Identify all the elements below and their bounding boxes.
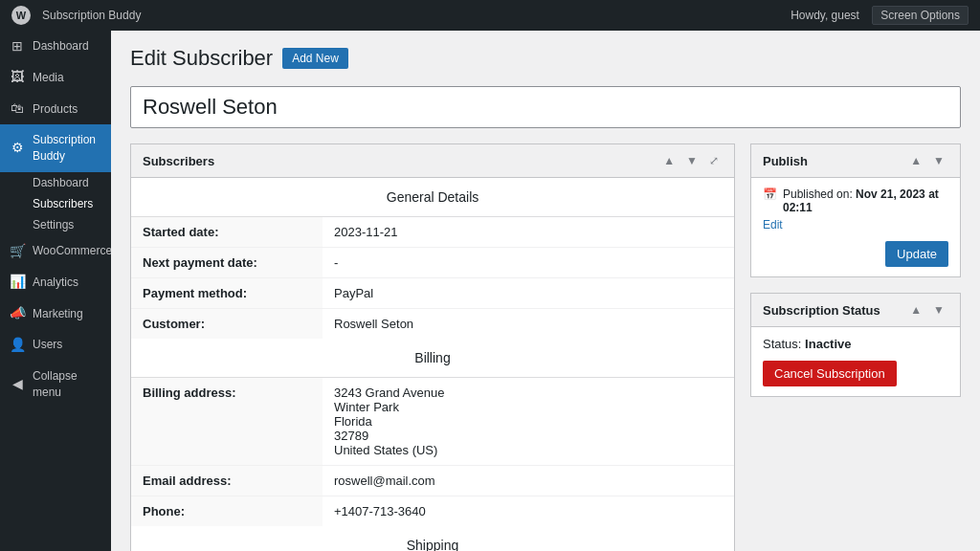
- media-icon: 🖼: [10, 70, 25, 85]
- metabox-up-button[interactable]: ▲: [659, 152, 679, 169]
- page-header: Edit Subscriber Add New: [130, 46, 961, 71]
- status-controls: ▲ ▼: [906, 301, 948, 319]
- dashboard-icon: ⊞: [10, 38, 25, 54]
- status-value: Inactive: [805, 337, 851, 351]
- sidebar-item-woocommerce[interactable]: 🛒 WooCommerce: [0, 235, 111, 267]
- edit-link[interactable]: Edit: [763, 218, 948, 231]
- wp-logo-icon: W: [11, 6, 31, 25]
- field-label: Customer:: [131, 309, 323, 340]
- subscription-status-box: Subscription Status ▲ ▼ Status: Inactive…: [750, 293, 961, 397]
- sidebar-sub-dashboard[interactable]: Dashboard: [0, 172, 111, 193]
- publish-up-button[interactable]: ▲: [906, 152, 925, 169]
- products-icon: 🛍: [10, 101, 25, 117]
- status-body: Status: Inactive Cancel Subscription: [751, 327, 960, 396]
- billing-table: Billing address: 3243 Grand AvenueWinter…: [131, 378, 734, 526]
- main-content: Edit Subscriber Add New Subscribers ▲ ▼ …: [111, 31, 980, 551]
- table-row: Customer: Roswell Seton: [131, 309, 734, 340]
- sidebar-item-dashboard[interactable]: ⊞ Dashboard: [0, 31, 111, 62]
- field-value: 3243 Grand AvenueWinter ParkFlorida32789…: [323, 378, 734, 466]
- sidebar-item-analytics[interactable]: 📊 Analytics: [0, 267, 111, 298]
- users-icon: 👤: [10, 338, 25, 353]
- cancel-subscription-button[interactable]: Cancel Subscription: [763, 361, 897, 386]
- status-up-button[interactable]: ▲: [906, 301, 925, 319]
- table-row: Email address: roswell@mail.com: [131, 466, 734, 496]
- shipping-header: Shipping: [131, 526, 734, 551]
- publish-down-button[interactable]: ▼: [929, 152, 948, 169]
- content-side: Publish ▲ ▼ 📅 Published on: Nov 21, 2023…: [750, 143, 961, 551]
- metabox-title: Subscribers: [143, 154, 214, 168]
- general-details-table: Started date: 2023-11-21 Next payment da…: [131, 217, 734, 339]
- metabox-body: General Details Started date: 2023-11-21…: [131, 178, 734, 551]
- calendar-icon: 📅: [763, 187, 777, 201]
- field-label: Billing address:: [131, 378, 323, 466]
- top-bar: W Subscription Buddy Howdy, guest Screen…: [0, 0, 980, 31]
- screen-options-button[interactable]: Screen Options: [872, 6, 969, 25]
- sidebar-label-users: Users: [33, 337, 62, 353]
- field-label: Phone:: [131, 496, 323, 527]
- field-label: Started date:: [131, 217, 323, 248]
- general-details-header: General Details: [131, 178, 734, 217]
- update-button[interactable]: Update: [885, 241, 948, 267]
- metabox-expand-button[interactable]: ⤢: [705, 152, 723, 169]
- add-new-button[interactable]: Add New: [282, 48, 348, 69]
- billing-header: Billing: [131, 339, 734, 378]
- content-main: Subscribers ▲ ▼ ⤢ General Details Starte…: [130, 143, 735, 551]
- sidebar-label-media: Media: [33, 70, 64, 86]
- field-value: -: [323, 248, 734, 278]
- sidebar-item-marketing[interactable]: 📣 Marketing: [0, 298, 111, 330]
- table-row: Billing address: 3243 Grand AvenueWinter…: [131, 378, 734, 466]
- top-bar-right: Howdy, guest Screen Options: [791, 6, 969, 25]
- field-label: Next payment date:: [131, 248, 323, 278]
- sidebar-sub-settings[interactable]: Settings: [0, 214, 111, 235]
- table-row: Payment method: PayPal: [131, 278, 734, 309]
- publish-body: 📅 Published on: Nov 21, 2023 at 02:11 Ed…: [751, 178, 960, 276]
- woocommerce-icon: 🛒: [10, 243, 25, 258]
- sidebar-item-media[interactable]: 🖼 Media: [0, 62, 111, 94]
- marketing-icon: 📣: [10, 306, 25, 321]
- field-value: Roswell Seton: [323, 309, 734, 340]
- sidebar-label-collapse: Collapse menu: [33, 368, 101, 401]
- sidebar-label-subscription-buddy: Subscription Buddy: [33, 132, 101, 165]
- sidebar-label-products: Products: [33, 101, 78, 118]
- status-title: Subscription Status: [763, 303, 880, 318]
- sidebar-label-woocommerce: WooCommerce: [33, 243, 111, 259]
- metabox-controls: ▲ ▼ ⤢: [659, 152, 723, 169]
- field-value: 2023-11-21: [323, 217, 734, 248]
- publish-controls: ▲ ▼: [906, 152, 948, 169]
- subscriber-name-input[interactable]: [130, 86, 961, 128]
- status-header: Subscription Status ▲ ▼: [751, 294, 960, 327]
- field-label: Email address:: [131, 466, 323, 496]
- sidebar-label-analytics: Analytics: [33, 275, 78, 291]
- table-row: Phone: +1407-713-3640: [131, 496, 734, 527]
- publish-info: 📅 Published on: Nov 21, 2023 at 02:11: [763, 187, 948, 214]
- metabox-header: Subscribers ▲ ▼ ⤢: [131, 144, 734, 178]
- metabox-down-button[interactable]: ▼: [682, 152, 702, 169]
- sidebar: ⊞ Dashboard 🖼 Media 🛍 Products ⚙ Subscri…: [0, 31, 111, 551]
- field-value: PayPal: [323, 278, 734, 309]
- publish-header: Publish ▲ ▼: [751, 144, 960, 178]
- status-text: Status: Inactive: [763, 337, 948, 351]
- sidebar-item-subscription-buddy[interactable]: ⚙ Subscription Buddy: [0, 124, 111, 172]
- field-label: Payment method:: [131, 278, 323, 309]
- field-value: +1407-713-3640: [323, 496, 734, 527]
- sidebar-sub-subscribers[interactable]: Subscribers: [0, 193, 111, 214]
- sidebar-item-users[interactable]: 👤 Users: [0, 329, 111, 361]
- status-label: Status:: [763, 337, 801, 351]
- howdy-text: Howdy, guest: [791, 9, 859, 22]
- sidebar-item-products[interactable]: 🛍 Products: [0, 94, 111, 125]
- collapse-icon: ◀: [10, 377, 25, 392]
- top-bar-left: W Subscription Buddy: [11, 6, 141, 25]
- status-down-button[interactable]: ▼: [929, 301, 948, 319]
- published-text: Published on: Nov 21, 2023 at 02:11: [783, 187, 948, 214]
- publish-title: Publish: [763, 154, 808, 168]
- sidebar-label-marketing: Marketing: [33, 306, 83, 322]
- page-title: Edit Subscriber: [130, 46, 273, 71]
- field-value: roswell@mail.com: [323, 466, 734, 496]
- analytics-icon: 📊: [10, 275, 25, 290]
- table-row: Next payment date: -: [131, 248, 734, 278]
- content-grid: Subscribers ▲ ▼ ⤢ General Details Starte…: [130, 143, 961, 551]
- publish-box: Publish ▲ ▼ 📅 Published on: Nov 21, 2023…: [750, 143, 961, 277]
- table-row: Started date: 2023-11-21: [131, 217, 734, 248]
- subscribers-metabox: Subscribers ▲ ▼ ⤢ General Details Starte…: [130, 143, 735, 551]
- sidebar-item-collapse[interactable]: ◀ Collapse menu: [0, 361, 111, 408]
